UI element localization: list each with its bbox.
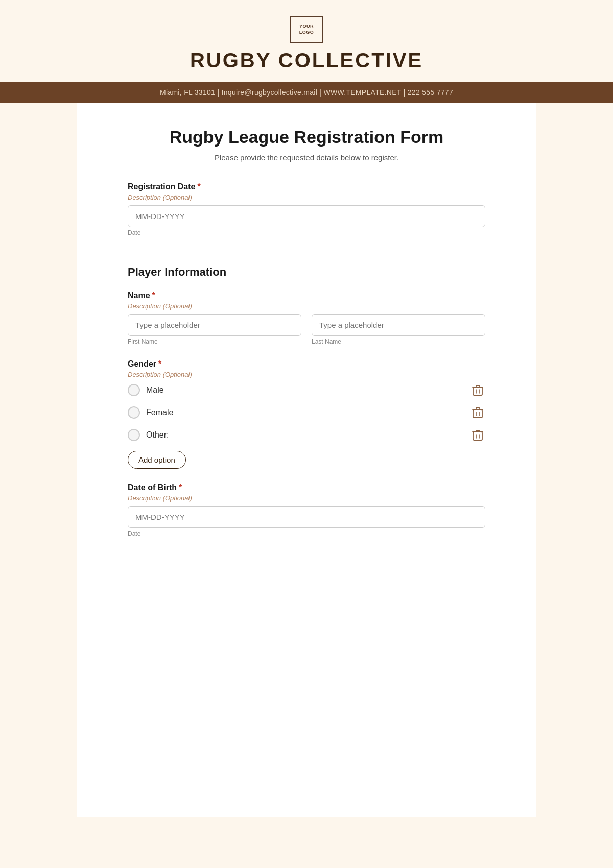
info-bar-text: Miami, FL 33101 | Inquire@rugbycollectiv… <box>160 88 453 97</box>
svg-rect-7 <box>473 409 482 418</box>
registration-date-label: Registration Date * <box>128 182 485 191</box>
name-label: Name * <box>128 291 485 300</box>
dob-field-group: Date of Birth * Description (Optional) D… <box>128 483 485 537</box>
gender-label: Gender * <box>128 359 485 369</box>
main-content: Rugby League Registration Form Please pr… <box>77 103 536 817</box>
registration-date-input[interactable] <box>128 205 485 227</box>
gender-radio-options: Male Fem <box>128 382 485 443</box>
gender-option-female: Female <box>128 405 485 420</box>
radio-circle-female[interactable] <box>128 406 140 419</box>
dob-required-star: * <box>179 483 182 492</box>
name-description: Description (Optional) <box>128 302 485 310</box>
dob-label: Date of Birth * <box>128 483 485 492</box>
dob-input[interactable] <box>128 506 485 528</box>
registration-date-field: Registration Date * Description (Optiona… <box>128 182 485 236</box>
section-divider <box>128 253 485 253</box>
gender-option-other: Other: <box>128 427 485 443</box>
gender-option-male: Male <box>128 382 485 398</box>
add-option-button[interactable]: Add option <box>128 451 186 469</box>
dob-description: Description (Optional) <box>128 494 485 502</box>
last-name-hint: Last Name <box>312 338 485 345</box>
svg-rect-0 <box>473 387 482 395</box>
last-name-input[interactable] <box>312 314 485 336</box>
player-info-section-title: Player Information <box>128 266 485 279</box>
info-bar: Miami, FL 33101 | Inquire@rugbycollectiv… <box>0 82 613 103</box>
gender-description: Description (Optional) <box>128 371 485 378</box>
first-name-hint: First Name <box>128 338 301 345</box>
first-name-input[interactable] <box>128 314 301 336</box>
form-title: Rugby League Registration Form <box>128 127 485 147</box>
logo-text: YOUR LOGO <box>299 23 314 35</box>
svg-rect-14 <box>473 432 482 440</box>
radio-circle-male[interactable] <box>128 384 140 396</box>
org-title: RUGBY COLLECTIVE <box>190 49 423 72</box>
required-star: * <box>197 182 200 191</box>
gender-field-group: Gender * Description (Optional) Male <box>128 359 485 469</box>
name-row: First Name Last Name <box>128 314 485 345</box>
gender-female-label: Female <box>146 408 173 417</box>
radio-circle-other[interactable] <box>128 429 140 441</box>
registration-date-description: Description (Optional) <box>128 194 485 201</box>
gender-required-star: * <box>158 359 161 369</box>
registration-date-hint: Date <box>128 229 485 236</box>
gender-male-label: Male <box>146 385 164 395</box>
page-header: YOUR LOGO RUGBY COLLECTIVE <box>0 0 613 82</box>
first-name-col: First Name <box>128 314 301 345</box>
name-field-group: Name * Description (Optional) First Name… <box>128 291 485 345</box>
form-subtitle: Please provide the requested details bel… <box>128 153 485 162</box>
delete-male-icon[interactable] <box>470 382 485 398</box>
last-name-col: Last Name <box>312 314 485 345</box>
dob-hint: Date <box>128 530 485 537</box>
name-required-star: * <box>152 291 155 300</box>
delete-female-icon[interactable] <box>470 405 485 420</box>
logo-box: YOUR LOGO <box>290 16 323 43</box>
delete-other-icon[interactable] <box>470 427 485 443</box>
gender-other-label: Other: <box>146 430 169 440</box>
